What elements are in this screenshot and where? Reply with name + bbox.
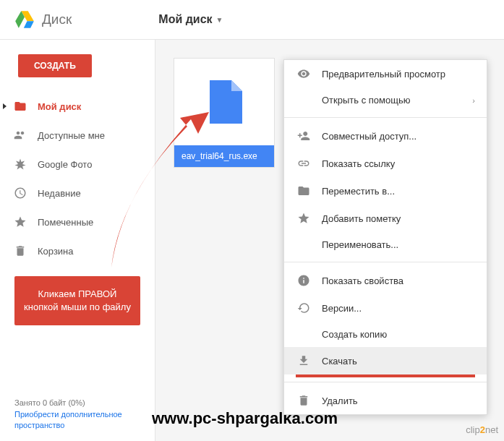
menu-item-delete[interactable]: Удалить <box>284 387 487 414</box>
eye-icon <box>296 67 312 80</box>
menu-item-get-link[interactable]: Показать ссылку <box>284 150 487 177</box>
sidebar-item-trash[interactable]: Корзина <box>0 236 155 265</box>
file-name: eav_trial64_rus.exe <box>174 145 274 167</box>
instruction-callout: Кликаем ПРАВОЙ кнопкой мыши по файлу <box>14 276 140 325</box>
file-thumbnail <box>174 59 274 145</box>
menu-separator <box>284 117 487 118</box>
sidebar-item-my-drive[interactable]: Мой диск <box>0 92 155 121</box>
menu-item-star[interactable]: Добавить пометку <box>284 205 487 232</box>
people-icon <box>13 128 27 142</box>
sidebar-item-label: Помеченные <box>38 217 93 228</box>
context-menu: Предварительный просмотр Открыть с помощ… <box>283 59 487 415</box>
link-icon <box>296 157 312 170</box>
storage-used-text: Занято 0 байт (0%) <box>14 398 155 407</box>
highlight-underline <box>296 374 475 377</box>
star-icon <box>296 212 312 225</box>
sidebar-item-starred[interactable]: Помеченные <box>0 207 155 236</box>
menu-item-versions[interactable]: Версии... <box>284 294 487 322</box>
info-icon <box>296 274 312 287</box>
menu-label: Показать свойства <box>322 275 403 286</box>
menu-item-download[interactable]: Скачать <box>284 347 487 374</box>
chevron-down-icon: ▼ <box>216 16 223 24</box>
menu-label: Удалить <box>322 395 358 406</box>
menu-label: Показать ссылку <box>322 158 395 169</box>
drive-logo-icon <box>14 9 35 30</box>
chevron-right-icon: › <box>472 96 475 105</box>
sidebar-item-label: Корзина <box>38 246 74 257</box>
app-header: Диск Мой диск ▼ <box>0 0 504 40</box>
menu-label: Создать копию <box>322 329 387 340</box>
clock-icon <box>13 186 27 200</box>
drive-folder-icon <box>13 99 27 114</box>
download-icon <box>296 354 312 367</box>
trash-icon <box>296 394 312 407</box>
buy-storage-link[interactable]: Приобрести дополнительное пространство <box>14 409 155 430</box>
breadcrumb-label: Мой диск <box>158 13 212 26</box>
photos-icon <box>13 157 27 171</box>
menu-label: Переместить в... <box>322 186 395 197</box>
menu-item-share[interactable]: Совместный доступ... <box>284 122 487 150</box>
menu-label: Переименовать... <box>322 239 398 250</box>
create-button[interactable]: СОЗДАТЬ <box>18 54 92 77</box>
person-add-icon <box>296 129 312 142</box>
history-icon <box>296 301 312 314</box>
breadcrumb[interactable]: Мой диск ▼ <box>158 13 223 26</box>
menu-label: Добавить пометку <box>322 213 401 224</box>
sidebar-item-shared[interactable]: Доступные мне <box>0 121 155 150</box>
menu-label: Скачать <box>322 356 357 367</box>
menu-separator <box>284 382 487 382</box>
sidebar-item-label: Мой диск <box>38 101 81 112</box>
active-indicator-icon <box>3 103 7 109</box>
sidebar-item-photos[interactable]: Google Фото <box>0 150 155 179</box>
menu-item-open-with[interactable]: Открыть с помощью › <box>284 87 487 113</box>
menu-label: Предварительный просмотр <box>322 69 445 80</box>
sidebar-item-label: Google Фото <box>38 159 92 170</box>
sidebar: СОЗДАТЬ Мой диск Доступные мне Google Фо… <box>0 40 155 441</box>
menu-item-preview[interactable]: Предварительный просмотр <box>284 60 487 87</box>
storage-info: Занято 0 байт (0%) Приобрести дополнител… <box>14 398 155 430</box>
menu-separator <box>284 262 487 262</box>
menu-label: Совместный доступ... <box>322 131 417 142</box>
menu-item-details[interactable]: Показать свойства <box>284 267 487 294</box>
menu-item-move[interactable]: Переместить в... <box>284 177 487 205</box>
sidebar-item-label: Доступные мне <box>38 130 105 141</box>
app-title: Диск <box>42 12 72 27</box>
sidebar-item-recent[interactable]: Недавние <box>0 179 155 207</box>
folder-icon <box>296 184 312 197</box>
file-item[interactable]: eav_trial64_rus.exe <box>174 58 275 168</box>
menu-label: Открыть с помощью <box>322 95 410 106</box>
clip2net-badge: clip2net <box>466 424 498 435</box>
menu-item-rename[interactable]: Переименовать... <box>284 232 487 257</box>
star-icon <box>13 215 27 229</box>
nav-list: Мой диск Доступные мне Google Фото Недав… <box>0 92 155 265</box>
menu-label: Версии... <box>322 303 362 314</box>
trash-icon <box>13 244 27 258</box>
menu-item-copy[interactable]: Создать копию <box>284 322 487 347</box>
sidebar-item-label: Недавние <box>38 188 81 199</box>
